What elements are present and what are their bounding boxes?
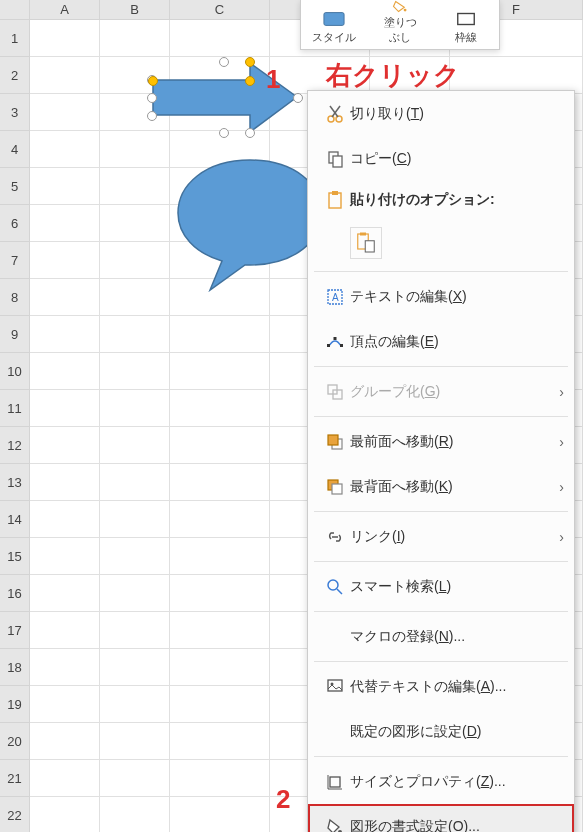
cell[interactable] [30,316,100,353]
ctx-send-back[interactable]: 最背面へ移動(K) › [308,464,574,509]
cell[interactable] [100,242,170,279]
mini-style-button[interactable]: スタイル [301,0,367,49]
cell[interactable] [100,353,170,390]
ctx-paste-option-button[interactable] [308,219,574,269]
cell[interactable] [30,279,100,316]
cell[interactable] [170,501,270,538]
ctx-format-shape[interactable]: 図形の書式設定(O)... [308,804,574,832]
col-header-c[interactable]: C [170,0,270,19]
ctx-bring-front[interactable]: 最前面へ移動(R) › [308,419,574,464]
col-header-b[interactable]: B [100,0,170,19]
cell[interactable] [170,575,270,612]
ctx-copy[interactable]: コピー(C) [308,136,574,181]
row-header[interactable]: 8 [0,279,30,316]
cell[interactable] [100,797,170,832]
cell[interactable] [30,538,100,575]
cell[interactable] [30,94,100,131]
cell[interactable] [100,538,170,575]
row-header[interactable]: 19 [0,686,30,723]
cell[interactable] [170,686,270,723]
cell[interactable] [100,760,170,797]
cell[interactable] [30,427,100,464]
row-header[interactable]: 17 [0,612,30,649]
row-header[interactable]: 10 [0,353,30,390]
cell[interactable] [170,723,270,760]
cell[interactable] [170,797,270,832]
cell[interactable] [30,20,100,57]
row-header[interactable]: 1 [0,20,30,57]
row-header[interactable]: 9 [0,316,30,353]
mini-outline-button[interactable]: 枠線 [433,0,499,49]
ctx-cut[interactable]: 切り取り(T) [308,91,574,136]
cell[interactable] [170,316,270,353]
row-header[interactable]: 4 [0,131,30,168]
cell[interactable] [100,575,170,612]
ctx-assign-macro[interactable]: マクロの登録(N)... [308,614,574,659]
select-all-corner[interactable] [0,0,30,19]
row-header[interactable]: 5 [0,168,30,205]
arrow-shape-selected[interactable] [145,55,305,143]
cell[interactable] [30,723,100,760]
cell[interactable] [30,797,100,832]
row-header[interactable]: 16 [0,575,30,612]
speech-bubble-shape[interactable] [170,155,330,298]
cell[interactable] [100,686,170,723]
cell[interactable] [170,390,270,427]
cell[interactable] [100,464,170,501]
row-header[interactable]: 18 [0,649,30,686]
mini-fill-button[interactable]: 塗りつ ぶし [367,0,433,49]
ctx-alt-text[interactable]: 代替テキストの編集(A)... [308,664,574,709]
cell[interactable] [30,686,100,723]
ctx-link[interactable]: リンク(I) › [308,514,574,559]
row-header[interactable]: 11 [0,390,30,427]
row-header[interactable]: 2 [0,57,30,94]
row-header[interactable]: 14 [0,501,30,538]
cell[interactable] [170,612,270,649]
cell[interactable] [30,649,100,686]
col-header-a[interactable]: A [30,0,100,19]
cell[interactable] [30,205,100,242]
ctx-edit-points[interactable]: 頂点の編集(E) [308,319,574,364]
cell[interactable] [30,612,100,649]
cell[interactable] [100,168,170,205]
row-header[interactable]: 21 [0,760,30,797]
cell[interactable] [100,390,170,427]
cell[interactable] [30,242,100,279]
cell[interactable] [30,464,100,501]
cell[interactable] [100,205,170,242]
cell[interactable] [170,649,270,686]
cell[interactable] [100,20,170,57]
cell[interactable] [170,464,270,501]
cell[interactable] [170,20,270,57]
cell[interactable] [30,501,100,538]
cell[interactable] [450,57,583,94]
ctx-set-default[interactable]: 既定の図形に設定(D) [308,709,574,754]
row-header[interactable]: 15 [0,538,30,575]
row-header[interactable]: 6 [0,205,30,242]
row-header[interactable]: 3 [0,94,30,131]
cell[interactable] [100,316,170,353]
cell[interactable] [100,427,170,464]
ctx-smart-lookup[interactable]: スマート検索(L) [308,564,574,609]
cell[interactable] [170,353,270,390]
cell[interactable] [30,575,100,612]
row-header[interactable]: 13 [0,464,30,501]
ctx-edit-text[interactable]: A テキストの編集(X) [308,274,574,319]
cell[interactable] [170,760,270,797]
cell[interactable] [30,353,100,390]
cell[interactable] [170,427,270,464]
cell[interactable] [100,723,170,760]
cell[interactable] [100,612,170,649]
cell[interactable] [100,279,170,316]
cell[interactable] [30,760,100,797]
cell[interactable] [170,538,270,575]
cell[interactable] [30,57,100,94]
row-header[interactable]: 20 [0,723,30,760]
row-header[interactable]: 12 [0,427,30,464]
ctx-size-props[interactable]: サイズとプロパティ(Z)... [308,759,574,804]
row-header[interactable]: 7 [0,242,30,279]
cell[interactable] [30,390,100,427]
cell[interactable] [30,131,100,168]
row-header[interactable]: 22 [0,797,30,832]
cell[interactable] [100,501,170,538]
